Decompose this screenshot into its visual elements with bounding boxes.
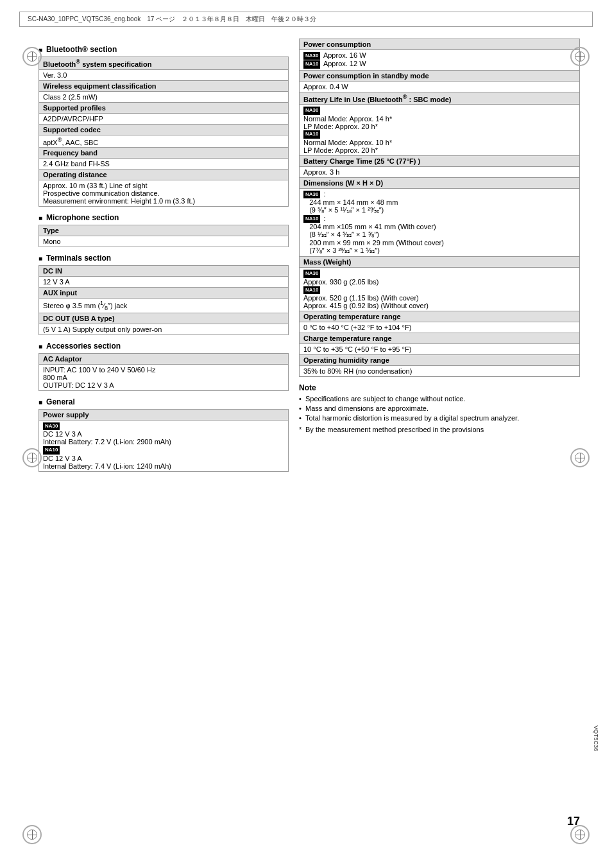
dim-na10-val4: (7⁷⁄₈″ × 3 ²⁹⁄₃₂″ × 1 ⁵⁄₃₂″): [309, 247, 380, 254]
dc-out-header: DC OUT (USB A type): [39, 313, 289, 324]
table-row: Power consumption in standby mode: [300, 70, 580, 81]
note-list: Specifications are subject to change wit…: [299, 395, 580, 422]
general-section-title: General: [38, 397, 289, 406]
na10-badge: NA10: [303, 130, 320, 138]
power-standby-value: Approx. 0.4 W: [300, 81, 580, 92]
note-title: Note: [299, 383, 580, 392]
accessories-table: AC Adaptor INPUT: AC 100 V to 240 V 50/6…: [38, 353, 289, 391]
right-spec-table: Power consumption NA30 Approx. 16 W NA10…: [299, 39, 580, 377]
corner-decoration-tl: [22, 47, 42, 66]
table-row: Type: [39, 225, 289, 236]
bt-frequency-band-header: Frequency band: [39, 148, 289, 159]
table-row: Ver. 3.0: [39, 69, 289, 80]
aux-input-header: AUX input: [39, 288, 289, 299]
charge-temp-value: 10 °C to +35 °C (+50 °F to +95 °F): [300, 343, 580, 354]
list-item: Mass and dimensions are approximate.: [299, 404, 580, 412]
corner-decoration-tr: [570, 47, 590, 66]
battery-na30-lp: LP Mode: Approx. 20 h*: [303, 123, 378, 130]
table-row: (5 V 1 A) Supply output only power-on: [39, 324, 289, 335]
microphone-section-title: Microphone section: [38, 213, 289, 222]
dim-na10-val3: 200 mm × 99 mm × 29 mm (Without cover): [309, 239, 444, 247]
page-number: 17: [567, 815, 580, 828]
na10-badge: NA10: [303, 215, 320, 223]
power-consumption-value: NA30 Approx. 16 W NA10 Approx. 12 W: [300, 50, 580, 71]
bluetooth-section-title: Bluetooth® section: [38, 45, 289, 54]
bt-wireless-class-value: Class 2 (2.5 mW): [39, 91, 289, 102]
table-row: Dimensions (W × H × D): [300, 177, 580, 188]
charge-temp-header: Charge temperature range: [300, 333, 580, 343]
right-column: Power consumption NA30 Approx. 16 W NA10…: [299, 39, 580, 476]
na30-badge: NA30: [303, 107, 320, 114]
battery-na30-normal: Normal Mode: Approx. 14 h*: [303, 115, 392, 123]
table-row: aptX®, AAC, SBC: [39, 135, 289, 148]
table-row: 10 °C to +35 °C (+50 °F to +95 °F): [300, 343, 580, 354]
list-item: Total harmonic distortion is measured by…: [299, 414, 580, 422]
na30-badge: NA30: [303, 270, 320, 277]
mass-header: Mass (Weight): [300, 257, 580, 268]
table-row: NA30 : 244 mm × 144 mm × 48 mm (9 ⁵⁄₈″ ×…: [300, 188, 580, 257]
general-table: Power supply NA30 DC 12 V 3 A Internal B…: [38, 409, 289, 472]
table-row: Approx. 10 m (33 ft.) Line of sight Pros…: [39, 180, 289, 207]
operating-temp-value: 0 °C to +40 °C (+32 °F to +104 °F): [300, 322, 580, 333]
battery-life-header: Battery Life in Use (Bluetooth® : SBC mo…: [300, 92, 580, 105]
bt-frequency-band-value: 2.4 GHz band FH-SS: [39, 159, 289, 169]
mass-value: NA30 Approx. 930 g (2.05 lbs) NA10 Appro…: [300, 268, 580, 311]
na10-badge: NA10: [303, 286, 320, 294]
left-column: Bluetooth® section Bluetooth® system spe…: [38, 39, 289, 476]
dim-na30-val2: (9 ⁵⁄₈″ × 5 ¹¹⁄₁₈″ × 1 ²⁹⁄₃₂″): [309, 206, 384, 214]
accessories-section-title: Accessories section: [38, 342, 289, 351]
table-row: Operating humidity range: [300, 354, 580, 365]
table-row: Power supply: [39, 410, 289, 421]
table-row: Battery Life in Use (Bluetooth® : SBC mo…: [300, 92, 580, 105]
dc-in-value: 12 V 3 A: [39, 277, 289, 288]
table-row: Supported codec: [39, 124, 289, 135]
corner-decoration-bl: [22, 825, 42, 844]
operating-humidity-value: 35% to 80% RH (no condensation): [300, 365, 580, 376]
bt-system-spec-header: Bluetooth® system specification: [39, 57, 289, 70]
battery-charge-time-header: Battery Charge Time (25 °C (77°F) ): [300, 155, 580, 166]
na30-badge: NA30: [303, 52, 320, 60]
sidebar-label: VQT5C36: [593, 725, 599, 751]
table-row: 35% to 80% RH (no condensation): [300, 365, 580, 376]
power-consumption-header: Power consumption: [300, 39, 580, 50]
dimensions-header: Dimensions (W × H × D): [300, 177, 580, 188]
terminals-table: DC IN 12 V 3 A AUX input Stereo φ 3.5 mm…: [38, 265, 289, 335]
bt-wireless-class-header: Wireless equipment classification: [39, 80, 289, 91]
bt-supported-codec-header: Supported codec: [39, 124, 289, 135]
table-row: Mass (Weight): [300, 257, 580, 268]
mass-na10-val1: Approx. 520 g (1.15 lbs) (With cover): [303, 294, 419, 302]
table-row: Bluetooth® system specification: [39, 57, 289, 70]
note-section: Note Specifications are subject to chang…: [299, 383, 580, 433]
dimensions-value: NA30 : 244 mm × 144 mm × 48 mm (9 ⁵⁄₈″ ×…: [300, 188, 580, 257]
operating-temp-header: Operating temperature range: [300, 311, 580, 322]
bt-operating-distance-header: Operating distance: [39, 169, 289, 180]
na10-badge: NA10: [303, 60, 320, 68]
table-row: Operating distance: [39, 169, 289, 180]
corner-decoration-ml: [22, 448, 42, 467]
na30-badge: NA30: [43, 422, 60, 430]
table-row: Power consumption: [300, 39, 580, 50]
mic-type-header: Type: [39, 225, 289, 236]
bt-supported-codec-value: aptX®, AAC, SBC: [39, 135, 289, 148]
table-row: 2.4 GHz band FH-SS: [39, 159, 289, 169]
dim-na10-val2: (8 ¹⁄₃₂″ × 4 ⁵⁄₃₂″ × 1 ⁵⁄₈″): [309, 230, 379, 238]
table-row: Operating temperature range: [300, 311, 580, 322]
table-row: Approx. 3 h: [300, 166, 580, 177]
operating-humidity-header: Operating humidity range: [300, 354, 580, 365]
corner-decoration-mr: [570, 448, 590, 467]
bluetooth-table: Bluetooth® system specification Ver. 3.0…: [38, 56, 289, 207]
ac-adaptor-value: INPUT: AC 100 V to 240 V 50/60 Hz 800 mA…: [39, 365, 289, 391]
microphone-table: Type Mono: [38, 225, 289, 247]
table-row: Frequency band: [39, 148, 289, 159]
table-row: Mono: [39, 236, 289, 247]
table-row: AC Adaptor: [39, 354, 289, 365]
table-row: DC IN: [39, 266, 289, 277]
na30-badge: NA30: [303, 191, 320, 198]
dim-na30-val1: 244 mm × 144 mm × 48 mm: [309, 198, 398, 206]
table-row: Battery Charge Time (25 °C (77°F) ): [300, 155, 580, 166]
page: SC-NA30_10PPC_VQT5C36_eng.book 17 ページ ２０…: [0, 12, 612, 868]
main-content: Bluetooth® section Bluetooth® system spe…: [0, 33, 612, 482]
dc-out-value: (5 V 1 A) Supply output only power-on: [39, 324, 289, 335]
battery-life-value: NA30 Normal Mode: Approx. 14 h* LP Mode:…: [300, 105, 580, 156]
header-bar: SC-NA30_10PPC_VQT5C36_eng.book 17 ページ ２０…: [19, 12, 593, 27]
